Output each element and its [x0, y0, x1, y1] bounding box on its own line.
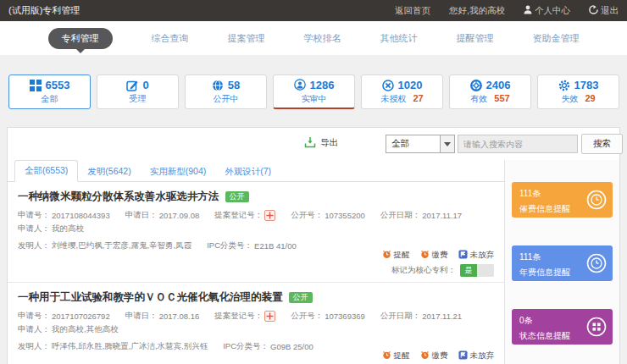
- stat-value: 0: [142, 79, 148, 91]
- stat-card-all[interactable]: 6553 全部: [8, 74, 91, 109]
- patent-title-row: 一种纳微米颗粒分散体系改善水驱选井方法 公开: [18, 190, 494, 204]
- proposal-no: 提案登记号：: [214, 210, 275, 221]
- tab-design[interactable]: 外观设计(7): [215, 162, 280, 182]
- stat-card-valid[interactable]: 2406 有效 557: [449, 74, 531, 109]
- patent-list-item: 一种用于工业试验和教学的ＶＯＣ光催化氧化治理的装置 公开 申请号：2017107…: [8, 283, 504, 364]
- logout-label: 退出: [601, 5, 619, 17]
- remind-action[interactable]: 提醒: [382, 350, 410, 361]
- nav-item-combined-query[interactable]: 综合查询: [152, 32, 189, 45]
- nav-item-patent-management[interactable]: 专利管理: [48, 28, 113, 49]
- stat-value: 1783: [574, 79, 599, 91]
- stat-value: 1286: [310, 79, 335, 91]
- person-circle-icon: [294, 79, 306, 91]
- chevron-down-icon: [440, 135, 454, 152]
- applicant: 申请人：我的高校,其他高校: [18, 324, 119, 335]
- fee-alarm-icon: [420, 250, 430, 261]
- stat-label: 有效: [470, 93, 487, 105]
- stat-sub-value: 29: [585, 93, 595, 103]
- stat-value: 58: [228, 79, 240, 91]
- add-proposal-icon[interactable]: [264, 210, 275, 221]
- filter-dropdown[interactable]: 全部: [386, 135, 455, 153]
- tab-all[interactable]: 全部(6553): [14, 160, 78, 182]
- gear-icon: [558, 80, 570, 91]
- grid-icon: [30, 80, 42, 91]
- nav-item-other-statistics[interactable]: 其他统计: [380, 32, 418, 45]
- pay-action[interactable]: 缴费: [420, 350, 448, 361]
- nav-item-reminder-management[interactable]: 提醒管理: [457, 32, 494, 45]
- clock-icon: [586, 253, 607, 277]
- topbar-links: 返回首页 您好,我的高校 个人中心 退出: [395, 5, 619, 17]
- download-icon: [304, 136, 316, 150]
- pay-action[interactable]: 缴费: [420, 250, 448, 261]
- user-center-link[interactable]: 个人中心: [524, 5, 570, 17]
- stat-label: 未授权: [380, 93, 406, 105]
- annual-fee-reminder-card[interactable]: 111条 年费信息提醒: [512, 245, 613, 281]
- apply-date: 申请日：2017.08.16: [125, 311, 200, 322]
- flag-icon: [458, 350, 468, 361]
- stat-card-ungranted[interactable]: 1020 未授权 27: [361, 74, 443, 109]
- patent-title-row: 一种用于工业试验和教学的ＶＯＣ光催化氧化治理的装置 公开: [18, 290, 494, 305]
- patent-title[interactable]: 一种用于工业试验和教学的ＶＯＣ光催化氧化治理的装置: [18, 290, 283, 305]
- status-badge: 公开: [289, 292, 313, 303]
- add-proposal-icon[interactable]: [264, 311, 275, 322]
- search-input[interactable]: [458, 135, 578, 153]
- not-abandoned-action[interactable]: 未放弃: [458, 350, 495, 361]
- greeting-text: 您好,我的高校: [449, 5, 505, 17]
- apply-no: 申请号：2017107026792: [18, 311, 110, 322]
- app-title: (试用版)专利管理: [8, 4, 80, 17]
- stat-value: 2406: [486, 79, 511, 91]
- person-icon: [524, 5, 532, 16]
- type-tabs: 全部(6553) 发明(5642) 实用新型(904) 外观设计(7): [8, 160, 504, 182]
- topbar: (试用版)专利管理 返回首页 您好,我的高校 个人中心 退出: [0, 0, 627, 21]
- remind-label: 提醒: [394, 250, 410, 261]
- tab-invention[interactable]: 发明(5642): [78, 162, 140, 182]
- stat-sub-value: 557: [494, 93, 509, 103]
- patent-title[interactable]: 一种纳微米颗粒分散体系改善水驱选井方法: [18, 190, 219, 204]
- status-badge: 公开: [225, 191, 249, 202]
- patent-meta-row: 申请号：2017107026792 申请日：2017.08.16 提案登记号： …: [18, 311, 494, 335]
- applicant: 申请人：我的高校: [18, 223, 84, 234]
- main-nav: 专利管理 综合查询 提案管理 学校排名 其他统计 提醒管理 资助金管理: [0, 21, 627, 55]
- pub-no: 公开号：107369369: [291, 311, 365, 322]
- fee-urge-reminder-card[interactable]: 111条 催费信息提醒: [512, 182, 613, 218]
- clock-icon: [586, 190, 607, 213]
- user-center-label: 个人中心: [535, 5, 570, 17]
- remind-action[interactable]: 提醒: [382, 250, 410, 261]
- not-abandoned-action[interactable]: 未放弃: [458, 250, 495, 261]
- pub-no: 公开号：107355200: [291, 210, 365, 221]
- status-reminder-card[interactable]: 0条 状态信息提醒: [512, 309, 613, 345]
- patent-list-item: 一种纳微米颗粒分散体系改善水驱选井方法 公开 申请号：2017108044393…: [8, 182, 504, 283]
- core-patent-toggle[interactable]: 是: [460, 264, 494, 277]
- logout-link[interactable]: 退出: [589, 5, 619, 17]
- core-mark-row: 标记为核心专利： 是: [18, 264, 494, 277]
- not-abandoned-label: 未放弃: [470, 250, 495, 261]
- flag-icon: [458, 250, 468, 261]
- stat-label: 实审中: [302, 93, 327, 105]
- alarm-icon: [382, 350, 391, 361]
- status-grid-icon: [586, 317, 607, 340]
- wheel-icon: [470, 80, 482, 91]
- nav-item-proposal-management[interactable]: 提案管理: [228, 32, 265, 45]
- stat-label: 全部: [42, 93, 58, 105]
- ipc-class: IPC分类号：G09B 25/00: [223, 341, 314, 352]
- nav-item-funding-management[interactable]: 资助金管理: [533, 32, 580, 45]
- stat-label: 失效: [561, 93, 578, 105]
- stat-value: 1020: [398, 79, 423, 91]
- cross-circle-icon: [382, 80, 394, 91]
- stat-card-under-examination[interactable]: 1286 实审中: [273, 74, 355, 109]
- inventors: 发明人：刘维缨,巴约枫,于宏彦,露鬼,辛智勇,凤霞: [18, 240, 191, 251]
- inventors: 发明人：呼泽伟,邱永胜,腾晓置,广冰洁,水慧宾,别兴钰: [18, 341, 208, 352]
- nav-item-school-ranking[interactable]: 学校排名: [304, 32, 341, 45]
- toggle-off-side: [477, 264, 494, 277]
- pub-date: 公开日期：2017.11.21: [380, 311, 462, 322]
- search-button[interactable]: 搜索: [581, 134, 623, 154]
- stat-card-invalid[interactable]: 1783 失效 29: [537, 74, 619, 109]
- globe-icon: [212, 80, 224, 91]
- fee-alarm-icon: [420, 350, 430, 361]
- tab-utility-model[interactable]: 实用新型(904): [141, 162, 216, 182]
- home-link[interactable]: 返回首页: [395, 5, 430, 17]
- export-button[interactable]: 导出: [304, 136, 338, 150]
- stat-card-accepted[interactable]: 0 受理: [97, 74, 179, 109]
- stat-card-published[interactable]: 58 公开中: [185, 74, 267, 109]
- stat-label: 公开中: [214, 93, 239, 105]
